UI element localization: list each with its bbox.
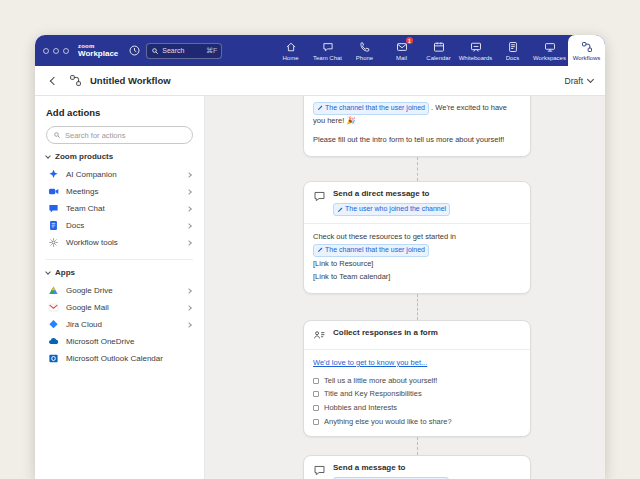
nav-item-phone[interactable]: Phone xyxy=(346,35,383,66)
chevron-right-icon xyxy=(186,305,192,311)
form-title-link[interactable]: We'd love to get to know you bet... xyxy=(313,357,427,369)
workflows-icon xyxy=(581,41,593,53)
sidebar-item-google-mail[interactable]: Google Mail xyxy=(46,299,193,316)
search-shortcut: ⌘F xyxy=(206,47,217,55)
item-label: Microsoft Outlook Calendar xyxy=(66,354,163,363)
nav-item-whiteboards[interactable]: Whiteboards xyxy=(457,35,494,66)
section-label: Zoom products xyxy=(55,152,113,161)
form-question: Hobbies and Interests xyxy=(313,403,521,413)
sidebar-item-team-chat[interactable]: Team Chat xyxy=(46,200,193,217)
global-search[interactable]: Search ⌘F xyxy=(146,43,222,59)
jira-icon xyxy=(48,319,59,330)
team-chat-icon xyxy=(48,203,59,214)
docs-blue-icon xyxy=(48,220,59,231)
chat-icon xyxy=(322,41,334,53)
window-close-button[interactable] xyxy=(43,48,49,54)
sidebar-item-microsoft-onedrive[interactable]: Microsoft OneDrive xyxy=(46,333,193,350)
nav-item-home[interactable]: Home xyxy=(272,35,309,66)
google-drive-icon xyxy=(48,285,59,296)
workflow-title: Untitled Workflow xyxy=(90,75,171,86)
flow-connector xyxy=(417,437,418,455)
actions-sidebar: Add actions Zoom products AI Companion xyxy=(35,96,205,479)
checkbox-icon xyxy=(313,378,319,384)
search-icon xyxy=(53,131,61,139)
card-title: Send a message to xyxy=(333,463,405,473)
variable-chip[interactable]: The user who joined the channel xyxy=(333,203,450,216)
section-apps[interactable]: Apps xyxy=(46,268,193,277)
workflow-card-collect-responses[interactable]: Collect responses in a form We'd love to… xyxy=(303,320,531,437)
item-label: Google Drive xyxy=(66,286,113,295)
workflow-steps: The channel that the user joined . We're… xyxy=(303,96,531,479)
draft-status-label: Draft xyxy=(565,76,583,86)
actions-search-input[interactable] xyxy=(65,131,186,140)
search-placeholder-text: Search xyxy=(162,47,184,54)
workflow-canvas[interactable]: The channel that the user joined . We're… xyxy=(205,96,605,479)
sidebar-item-microsoft-outlook-calendar[interactable]: Microsoft Outlook Calendar xyxy=(46,350,193,367)
phone-icon xyxy=(359,41,371,53)
nav-label: Workspaces xyxy=(533,55,566,61)
nav-item-calendar[interactable]: Calendar xyxy=(420,35,457,66)
sidebar-item-google-drive[interactable]: Google Drive xyxy=(46,282,193,299)
workflow-card-message-preview[interactable]: The channel that the user joined . We're… xyxy=(303,96,531,157)
window-controls xyxy=(43,48,69,54)
nav-label: Docs xyxy=(506,55,520,61)
chip-label: The channel that the user joined xyxy=(325,246,425,255)
nav-item-mail[interactable]: 1 Mail xyxy=(383,35,420,66)
message-text: Please fill out the intro form to tell u… xyxy=(313,134,521,146)
sidebar-item-docs[interactable]: Docs xyxy=(46,217,193,234)
message-text: [Link to Team calendar] xyxy=(313,271,521,283)
workflow-card-send-message[interactable]: Send a message to The channel that the u… xyxy=(303,455,531,479)
chevron-right-icon xyxy=(186,240,192,246)
ai-companion-icon xyxy=(48,169,59,180)
window-zoom-button[interactable] xyxy=(63,48,69,54)
flow-connector xyxy=(417,294,418,320)
checkbox-icon xyxy=(313,405,319,411)
question-label: Hobbies and Interests xyxy=(324,403,397,413)
history-icon[interactable] xyxy=(128,44,141,57)
nav-item-workflows[interactable]: Workflows xyxy=(568,35,605,66)
sidebar-divider xyxy=(46,259,193,260)
chat-bubble-icon xyxy=(313,190,326,203)
back-button[interactable] xyxy=(47,74,61,88)
checkbox-icon xyxy=(313,419,319,425)
section-zoom-products[interactable]: Zoom products xyxy=(46,152,193,161)
primary-nav: Home Team Chat Phone 1 Mail xyxy=(272,35,605,66)
pencil-icon xyxy=(317,105,323,111)
form-question: Tell us a little more about yourself! xyxy=(313,376,521,386)
actions-search[interactable] xyxy=(46,126,193,144)
workflow-icon xyxy=(69,74,82,87)
item-label: Google Mail xyxy=(66,303,109,312)
logo-workplace-text: Workplace xyxy=(78,50,118,58)
window-minimize-button[interactable] xyxy=(53,48,59,54)
variable-chip[interactable]: The channel that the user joined xyxy=(313,102,429,115)
sidebar-item-ai-companion[interactable]: AI Companion xyxy=(46,166,193,183)
message-text: [Link to Resource] xyxy=(313,258,521,270)
checkbox-icon xyxy=(313,391,319,397)
nav-item-team-chat[interactable]: Team Chat xyxy=(309,35,346,66)
draft-status-dropdown[interactable]: Draft xyxy=(565,76,593,86)
pencil-icon xyxy=(337,207,343,213)
main-area: Add actions Zoom products AI Companion xyxy=(35,96,605,479)
variable-chip[interactable]: The channel that the user joined xyxy=(313,244,429,257)
meetings-icon xyxy=(48,186,59,197)
item-label: Jira Cloud xyxy=(66,320,102,329)
sidebar-item-jira-cloud[interactable]: Jira Cloud xyxy=(46,316,193,333)
form-person-icon xyxy=(313,329,326,342)
sidebar-item-meetings[interactable]: Meetings xyxy=(46,183,193,200)
sidebar-item-workflow-tools[interactable]: Workflow tools xyxy=(46,234,193,251)
chevron-left-icon xyxy=(50,76,58,84)
question-label: Tell us a little more about yourself! xyxy=(324,376,437,386)
workflow-card-send-direct-message[interactable]: Send a direct message to The user who jo… xyxy=(303,181,531,294)
card-header-content: Send a message to The channel that the u… xyxy=(333,463,449,479)
zoom-workplace-logo: zoom Workplace xyxy=(78,43,118,58)
card-title: Collect responses in a form xyxy=(333,328,438,338)
card-header: Send a message to The channel that the u… xyxy=(304,456,530,479)
nav-label: Whiteboards xyxy=(459,55,493,61)
workspaces-icon xyxy=(544,41,556,53)
nav-item-docs[interactable]: Docs xyxy=(494,35,531,66)
chevron-right-icon xyxy=(186,206,192,212)
nav-label: Calendar xyxy=(426,55,450,61)
item-label: Meetings xyxy=(66,187,98,196)
nav-item-workspaces[interactable]: Workspaces xyxy=(531,35,568,66)
chevron-down-icon xyxy=(587,75,594,82)
